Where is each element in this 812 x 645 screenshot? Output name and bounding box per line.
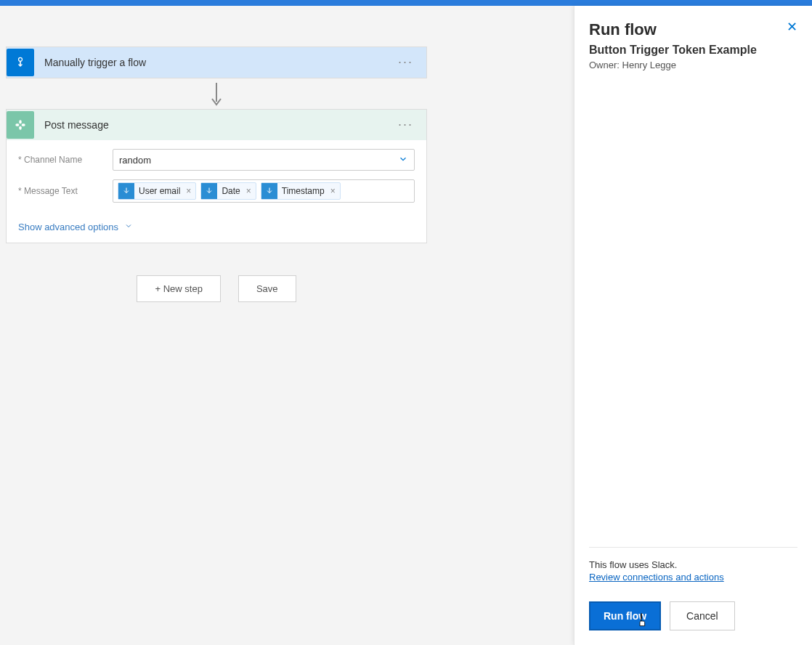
panel-subtitle: Button Trigger Token Example (589, 44, 797, 57)
connector-arrow (6, 78, 427, 109)
token-remove-icon[interactable]: × (246, 186, 251, 196)
chevron-down-icon (398, 154, 408, 166)
show-advanced-options[interactable]: Show advanced options (7, 219, 426, 243)
show-advanced-label: Show advanced options (18, 222, 118, 232)
svg-rect-5 (19, 126, 21, 129)
slack-icon (7, 111, 34, 139)
token-icon (118, 183, 134, 199)
svg-point-0 (19, 57, 23, 61)
touch-icon (7, 49, 34, 76)
channel-name-value: random (119, 155, 398, 166)
divider (589, 547, 797, 548)
run-flow-panel: ✕ Run flow Button Trigger Token Example … (574, 6, 812, 645)
token-label: Timestamp (282, 186, 325, 196)
trigger-card-header[interactable]: Manually trigger a flow ··· (7, 47, 426, 78)
token-remove-icon[interactable]: × (330, 186, 336, 196)
svg-rect-2 (15, 123, 19, 126)
panel-title: Run flow (589, 20, 797, 39)
token-icon (261, 183, 277, 199)
svg-rect-4 (19, 120, 21, 123)
save-button[interactable]: Save (238, 275, 296, 302)
run-flow-label: Run flow (604, 610, 646, 622)
more-icon[interactable]: ··· (392, 54, 419, 70)
top-bar (0, 0, 812, 6)
token-label: Date (222, 186, 240, 196)
run-flow-button[interactable]: Run flow (589, 601, 661, 630)
trigger-card: Manually trigger a flow ··· (6, 46, 427, 78)
action-card: Post message ··· * Channel Name random *… (6, 109, 427, 243)
action-title: Post message (44, 119, 392, 131)
token-user-email[interactable]: User email × (118, 182, 196, 200)
review-connections-link[interactable]: Review connections and actions (589, 572, 797, 583)
more-icon[interactable]: ··· (392, 117, 419, 132)
token-icon (201, 183, 217, 199)
trigger-title: Manually trigger a flow (44, 57, 392, 68)
token-label: User email (139, 186, 180, 196)
message-text-label: * Message Text (18, 186, 113, 196)
channel-name-select[interactable]: random (113, 149, 415, 171)
flow-canvas: Manually trigger a flow ··· (0, 6, 574, 645)
chevron-down-icon (124, 222, 133, 232)
panel-owner: Owner: Henry Legge (589, 60, 797, 70)
cancel-button[interactable]: Cancel (670, 601, 735, 630)
channel-name-label: * Channel Name (18, 155, 113, 165)
message-text-input[interactable]: User email × Date × (113, 179, 415, 203)
token-date[interactable]: Date × (200, 182, 256, 200)
svg-rect-3 (22, 123, 25, 126)
action-card-header[interactable]: Post message ··· (7, 110, 426, 140)
token-timestamp[interactable]: Timestamp × (261, 182, 341, 200)
new-step-button[interactable]: + New step (137, 275, 220, 302)
token-remove-icon[interactable]: × (186, 186, 191, 196)
close-icon[interactable]: ✕ (787, 19, 797, 35)
panel-uses-text: This flow uses Slack. (589, 559, 797, 570)
